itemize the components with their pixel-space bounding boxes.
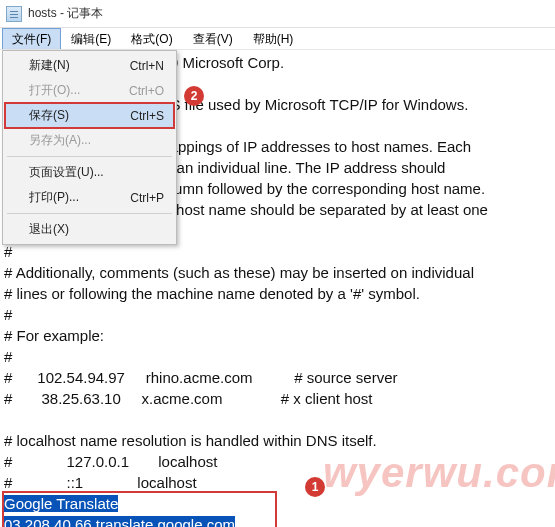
- menu-item-page-setup[interactable]: 页面设置(U)...: [5, 160, 174, 185]
- selection-line: Google Translate: [4, 495, 118, 512]
- menu-separator: [7, 213, 172, 214]
- menu-view[interactable]: 查看(V): [183, 28, 243, 49]
- title-bar: hosts - 记事本: [0, 0, 555, 28]
- menu-file[interactable]: 文件(F): [2, 28, 61, 49]
- menu-item-save[interactable]: 保存(S)Ctrl+S: [5, 103, 174, 128]
- window-title: hosts - 记事本: [28, 5, 103, 22]
- menu-format[interactable]: 格式(O): [121, 28, 182, 49]
- notepad-icon: [6, 6, 22, 22]
- menu-item-print[interactable]: 打印(P)...Ctrl+P: [5, 185, 174, 210]
- file-menu-dropdown: 新建(N)Ctrl+N 打开(O)...Ctrl+O 保存(S)Ctrl+S 另…: [2, 50, 177, 245]
- menu-item-exit[interactable]: 退出(X): [5, 217, 174, 242]
- menu-item-save-as[interactable]: 另存为(A)...: [5, 128, 174, 153]
- callout-badge-2: 2: [184, 86, 204, 106]
- menu-item-new[interactable]: 新建(N)Ctrl+N: [5, 53, 174, 78]
- callout-badge-1: 1: [305, 477, 325, 497]
- menu-separator: [7, 156, 172, 157]
- menu-item-open[interactable]: 打开(O)...Ctrl+O: [5, 78, 174, 103]
- menu-help[interactable]: 帮助(H): [243, 28, 304, 49]
- selection-line: 03.208.40.66 translate.google.com: [4, 516, 235, 527]
- menu-edit[interactable]: 编辑(E): [61, 28, 121, 49]
- menu-bar: 文件(F) 编辑(E) 格式(O) 查看(V) 帮助(H): [0, 28, 555, 50]
